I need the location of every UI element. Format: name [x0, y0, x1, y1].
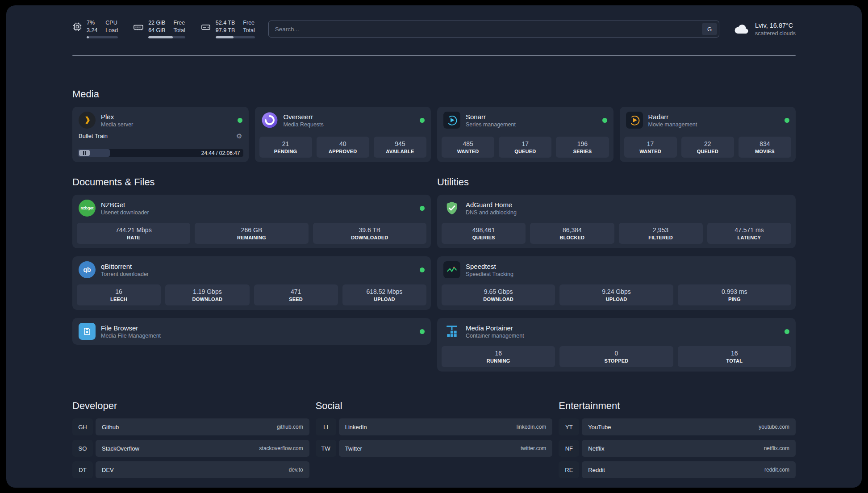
app-card-filebrowser[interactable]: File Browser Media File Management — [72, 318, 431, 345]
weather-widget: Lviv, 16.87°C scattered clouds — [733, 21, 796, 38]
bookmark-url: github.com — [277, 424, 303, 430]
app-card-radarr[interactable]: Radarr Movie management 17 WANTED 22 QUE… — [620, 107, 796, 162]
bookmark-url: youtube.com — [759, 424, 789, 430]
app-name: Speedtest — [466, 263, 513, 270]
bookmark-github[interactable]: GH Github github.com — [72, 418, 309, 435]
sonarr-icon — [443, 112, 460, 129]
bookmark-stackoverflow[interactable]: SO StackOverflow stackoverflow.com — [72, 440, 309, 457]
weather-location: Lviv, 16.87°C — [755, 22, 796, 29]
plex-icon — [79, 112, 96, 129]
app-card-adguard[interactable]: AdGuard Home DNS and adblocking 498,461 … — [437, 195, 796, 248]
app-description: Usenet downloader — [101, 209, 149, 216]
memory-total-value: 64 GiB — [148, 27, 165, 34]
section-title-entertainment: Entertainment — [559, 400, 796, 411]
stat-total: 16 TOTAL — [678, 346, 791, 367]
playback-progress-bar[interactable]: 24:44 / 02:06:47 — [78, 149, 243, 157]
playback-time: 24:44 / 02:06:47 — [201, 150, 243, 156]
bookmark-url: stackoverflow.com — [259, 445, 303, 451]
app-description: Media Requests — [284, 121, 324, 128]
app-card-speedtest[interactable]: Speedtest Speedtest Tracking 9.65 Gbps D… — [437, 256, 796, 310]
bookmark-name: YouTube — [588, 424, 611, 430]
memory-free-value: 22 GiB — [148, 20, 165, 27]
bookmark-name: LinkedIn — [345, 424, 367, 430]
stat-download: 9.65 Gbps DOWNLOAD — [442, 284, 555, 305]
disk-total-value: 97.9 TB — [216, 27, 235, 34]
bookmark-url: netflix.com — [764, 445, 789, 451]
app-name: qBittorrent — [101, 263, 149, 270]
cpu-icon — [72, 22, 82, 32]
app-description: Movie management — [648, 121, 697, 128]
cloud-icon — [733, 21, 750, 38]
stat-latency: 47.571 ms LATENCY — [707, 223, 791, 244]
stat-movies: 834 MOVIES — [739, 137, 791, 158]
section-documents: Documents & Files nzbget NZBGet Usenet d… — [72, 176, 431, 345]
app-card-overseerr[interactable]: Overseerr Media Requests 21 PENDING 40 A… — [255, 107, 431, 162]
app-card-qbittorrent[interactable]: qb qBittorrent Torrent downloader 16 LEE… — [72, 256, 431, 310]
bookmark-dev[interactable]: DT DEV dev.to — [72, 461, 309, 478]
status-dot — [420, 118, 425, 123]
stat-running: 16 RUNNING — [442, 346, 555, 367]
bookmark-netflix[interactable]: NF Netflix netflix.com — [559, 440, 796, 457]
bookmark-name: Github — [102, 424, 119, 430]
app-name: Overseerr — [284, 113, 324, 121]
nzbget-icon: nzbget — [79, 200, 96, 217]
stat-blocked: 86,384 BLOCKED — [530, 223, 614, 244]
speedtest-icon — [443, 261, 460, 278]
app-name: Plex — [101, 113, 133, 121]
portainer-icon — [443, 323, 460, 340]
cpu-load-value: 3.24 — [87, 27, 97, 34]
app-card-nzbget[interactable]: nzbget NZBGet Usenet downloader 744.21 M… — [72, 195, 431, 248]
app-description: Speedtest Tracking — [466, 271, 513, 277]
bookmark-twitter[interactable]: TW Twitter twitter.com — [316, 440, 553, 457]
bookmark-linkedin[interactable]: LI LinkedIn linkedin.com — [316, 418, 553, 435]
bookmark-abbr: DT — [72, 461, 93, 478]
app-name: Media Portainer — [466, 324, 524, 332]
dashboard-page: 7% CPU 3.24 Load 22 — [6, 5, 862, 488]
stat-pending: 21 PENDING — [259, 137, 312, 158]
bookmark-name: Netflix — [588, 445, 604, 452]
bookmark-url: linkedin.com — [517, 424, 547, 430]
disk-icon — [200, 22, 211, 33]
memory-label-1: Free — [173, 20, 185, 27]
stat-queries: 498,461 QUERIES — [442, 223, 526, 244]
search-box: G — [268, 21, 719, 38]
disk-widget: 52.4 TB Free 97.9 TB Total — [200, 20, 255, 38]
memory-icon — [133, 22, 144, 33]
stat-ping: 0.993 ms PING — [678, 284, 791, 305]
app-name: Radarr — [648, 113, 697, 121]
section-title-social: Social — [316, 400, 553, 411]
dashboard-screen: 7% CPU 3.24 Load 22 — [0, 0, 868, 493]
section-title-documents: Documents & Files — [72, 176, 431, 188]
bookmark-youtube[interactable]: YT YouTube youtube.com — [559, 418, 796, 435]
pause-icon[interactable] — [79, 150, 90, 156]
bookmark-abbr: LI — [316, 418, 336, 435]
bookmark-url: reddit.com — [764, 467, 789, 473]
search-engine-button[interactable]: G — [702, 23, 717, 35]
bookmark-reddit[interactable]: RE Reddit reddit.com — [559, 461, 796, 478]
stat-leech: 16 LEECH — [77, 284, 161, 305]
app-card-portainer[interactable]: Media Portainer Container management 16 … — [437, 318, 796, 372]
app-card-sonarr[interactable]: Sonarr Series management 485 WANTED 17 Q… — [437, 107, 613, 162]
disk-free-value: 52.4 TB — [216, 20, 235, 27]
stat-stopped: 0 STOPPED — [559, 346, 673, 367]
status-dot — [420, 206, 425, 211]
bookmark-abbr: YT — [559, 418, 579, 435]
app-name: Sonarr — [466, 113, 516, 121]
app-name: AdGuard Home — [466, 201, 517, 209]
stat-series: 196 SERIES — [556, 137, 609, 158]
cpu-label-2: Load — [105, 27, 118, 34]
stat-seed: 471 SEED — [254, 284, 338, 305]
app-description: DNS and adblocking — [466, 209, 517, 216]
search-input[interactable] — [268, 21, 719, 38]
stat-downloaded: 39.6 TB DOWNLOADED — [313, 223, 426, 244]
gear-icon[interactable]: ⚙ — [236, 133, 242, 139]
disk-progress-bar — [216, 36, 255, 38]
status-dot — [420, 329, 425, 334]
bookmark-abbr: TW — [316, 440, 336, 457]
bookmark-name: Reddit — [588, 467, 605, 473]
cpu-widget: 7% CPU 3.24 Load — [72, 20, 118, 38]
section-entertainment: Entertainment YT YouTube youtube.com NF … — [559, 400, 796, 483]
app-name: File Browser — [101, 324, 161, 332]
top-bar: 7% CPU 3.24 Load 22 — [72, 5, 796, 38]
app-card-plex[interactable]: Plex Media server Bullet Train ⚙ — [72, 107, 249, 162]
